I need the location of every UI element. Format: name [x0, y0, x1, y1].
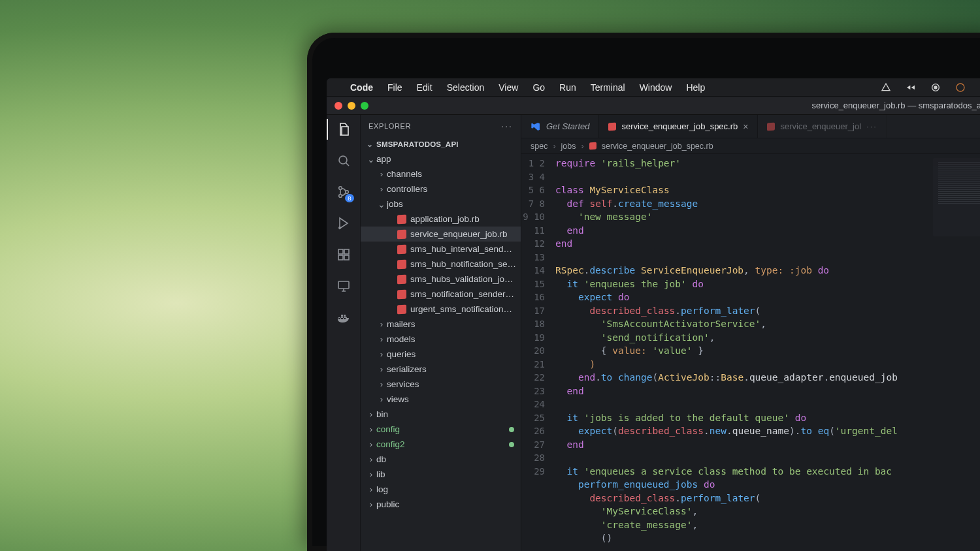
explorer-more-icon[interactable]: ···: [501, 121, 513, 131]
tree-item-label: jobs: [387, 199, 403, 209]
menu-window[interactable]: Window: [640, 82, 672, 93]
minimize-window-button[interactable]: [348, 102, 355, 110]
tree-folder[interactable]: ›public: [361, 497, 521, 512]
tree-folder[interactable]: ›log: [361, 482, 521, 497]
scm-badge: 8: [345, 194, 353, 202]
svg-point-6: [338, 195, 342, 198]
window-titlebar: service_enqueuer_job.rb — smsparatodos_a…: [327, 97, 980, 115]
activity-explorer-icon[interactable]: [335, 120, 353, 138]
laptop-frame: Code File Edit Selection View Go Run Ter…: [307, 33, 980, 551]
breadcrumb-seg-0[interactable]: spec: [531, 142, 547, 151]
tree-item-label: bin: [376, 409, 388, 419]
svg-rect-11: [344, 255, 349, 260]
breadcrumb-seg-2[interactable]: service_enqueuer_job_spec.rb: [602, 142, 713, 151]
code-content[interactable]: require 'rails_helper' class MyServiceCl…: [551, 154, 980, 551]
tree-file[interactable]: urgent_sms_notification_se…: [361, 302, 521, 317]
tree-file[interactable]: sms_hub_interval_sender_n…: [361, 242, 521, 257]
close-window-button[interactable]: [335, 102, 342, 110]
svg-rect-9: [338, 249, 343, 254]
close-tab-icon[interactable]: ×: [743, 121, 748, 132]
editor[interactable]: 1 2 3 4 5 6 7 8 9 10 11 12 13 14 15 16 1…: [521, 154, 980, 551]
tree-folder[interactable]: ›channels: [361, 166, 521, 181]
chevron-icon: ›: [367, 499, 375, 509]
explorer-header: EXPLORER: [368, 122, 411, 130]
ruby-file-icon: [397, 214, 406, 224]
status-icon-4[interactable]: [955, 82, 966, 93]
tree-item-label: urgent_sms_notification_se…: [410, 304, 517, 314]
tree-folder[interactable]: ›db: [361, 452, 521, 467]
menu-go[interactable]: Go: [532, 82, 545, 93]
activity-remote-icon[interactable]: [335, 277, 353, 295]
tree-folder[interactable]: ›lib: [361, 467, 521, 482]
tree-folder[interactable]: ›bin: [361, 407, 521, 422]
tree-folder[interactable]: ›models: [361, 332, 521, 347]
tree-item-label: config: [376, 424, 400, 434]
tab-more-icon[interactable]: ···: [866, 121, 877, 131]
tree-item-label: public: [376, 499, 399, 509]
tree-item-label: sms_hubs_validation_job.rb: [410, 274, 517, 284]
status-icon-2[interactable]: [906, 82, 916, 93]
tree-folder[interactable]: ›views: [361, 392, 521, 407]
tree-folder[interactable]: ⌄jobs: [361, 197, 521, 212]
menu-file[interactable]: File: [387, 82, 402, 93]
breadcrumb-seg-1[interactable]: jobs: [561, 142, 576, 151]
menu-code[interactable]: Code: [350, 82, 373, 93]
menu-help[interactable]: Help: [686, 82, 705, 93]
tree-file[interactable]: service_enqueuer_job.rb: [361, 227, 521, 242]
menu-run[interactable]: Run: [559, 82, 576, 93]
tree-folder[interactable]: ›services: [361, 377, 521, 392]
file-tree: ⌄app›channels›controllers⌄jobsapplicatio…: [361, 151, 521, 512]
status-icon-1[interactable]: [881, 82, 891, 93]
screen: Code File Edit Selection View Go Run Ter…: [327, 78, 980, 551]
svg-point-5: [338, 187, 342, 190]
tree-file[interactable]: sms_hub_notification_send…: [361, 257, 521, 272]
editor-tab[interactable]: service_enqueuer_jol···: [758, 115, 887, 138]
tree-folder[interactable]: ›config: [361, 422, 521, 437]
tree-item-label: models: [387, 334, 416, 344]
ruby-file-icon: [397, 244, 406, 254]
activity-bar: 8: [327, 115, 361, 551]
menu-selection[interactable]: Selection: [447, 82, 485, 93]
status-icon-3[interactable]: [930, 82, 941, 93]
tree-folder[interactable]: ›queries: [361, 347, 521, 362]
tree-file[interactable]: sms_hubs_validation_job.rb: [361, 272, 521, 287]
chevron-icon: ›: [378, 334, 385, 344]
tree-item-label: controllers: [387, 184, 427, 194]
tree-folder[interactable]: ›config2: [361, 437, 521, 452]
editor-area: Get Startedservice_enqueuer_job_spec.rb×…: [521, 115, 980, 551]
editor-tab[interactable]: Get Started: [521, 115, 599, 138]
vscode-icon: [531, 121, 541, 132]
minimap[interactable]: [933, 158, 980, 236]
tree-folder[interactable]: ›mailers: [361, 317, 521, 332]
tree-folder[interactable]: ›controllers: [361, 181, 521, 197]
tab-label: Get Started: [546, 121, 589, 131]
activity-docker-icon[interactable]: [335, 308, 353, 326]
chevron-right-icon: ›: [553, 142, 555, 151]
tree-item-label: serializers: [387, 364, 427, 374]
editor-tabbar: Get Startedservice_enqueuer_job_spec.rb×…: [521, 115, 980, 138]
chevron-icon: ›: [378, 394, 385, 404]
ruby-file-icon: [397, 274, 406, 284]
ruby-file-icon: [608, 122, 616, 131]
menu-terminal[interactable]: Terminal: [591, 82, 625, 93]
tree-item-label: service_enqueuer_job.rb: [410, 229, 508, 239]
editor-tab[interactable]: service_enqueuer_job_spec.rb×: [599, 115, 758, 138]
tree-folder[interactable]: ⌄app: [361, 151, 521, 166]
svg-rect-13: [338, 281, 349, 289]
git-modified-icon: [509, 442, 514, 447]
activity-extensions-icon[interactable]: [335, 245, 353, 264]
chevron-icon: ›: [367, 484, 375, 494]
activity-search-icon[interactable]: [335, 151, 353, 170]
menu-edit[interactable]: Edit: [417, 82, 433, 93]
menu-view[interactable]: View: [498, 82, 518, 93]
tree-file[interactable]: application_job.rb: [361, 212, 521, 227]
tree-folder[interactable]: ›serializers: [361, 362, 521, 377]
activity-run-icon[interactable]: [335, 214, 353, 232]
activity-scm-icon[interactable]: 8: [335, 183, 353, 201]
explorer-section-header[interactable]: ⌄ SMSPARATODOS_API: [361, 137, 521, 151]
tree-item-label: sms_hub_interval_sender_n…: [410, 244, 517, 254]
tree-file[interactable]: sms_notification_sender_jo…: [361, 287, 521, 302]
chevron-right-icon: ›: [581, 142, 584, 151]
breadcrumbs[interactable]: spec › jobs › service_enqueuer_job_spec.…: [521, 138, 980, 154]
zoom-window-button[interactable]: [361, 102, 368, 110]
